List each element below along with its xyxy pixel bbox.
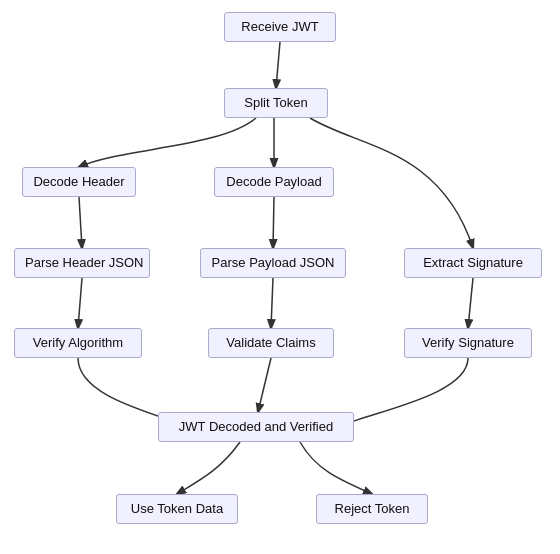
svg-line-4: [78, 278, 82, 328]
node-jwt-decoded: JWT Decoded and Verified: [158, 412, 354, 442]
node-receive-jwt: Receive JWT: [224, 12, 336, 42]
node-parse-payload-json: Parse Payload JSON: [200, 248, 346, 278]
node-reject-token: Reject Token: [316, 494, 428, 524]
node-verify-algorithm: Verify Algorithm: [14, 328, 142, 358]
svg-line-2: [79, 197, 82, 248]
svg-line-7: [258, 358, 271, 412]
diagram-container: Receive JWTSplit TokenDecode HeaderDecod…: [0, 0, 560, 554]
node-decode-header: Decode Header: [22, 167, 136, 197]
svg-line-3: [273, 197, 274, 248]
node-extract-signature: Extract Signature: [404, 248, 542, 278]
node-use-token-data: Use Token Data: [116, 494, 238, 524]
svg-line-5: [271, 278, 273, 328]
node-decode-payload: Decode Payload: [214, 167, 334, 197]
node-parse-header-json: Parse Header JSON: [14, 248, 150, 278]
svg-line-0: [276, 42, 280, 88]
node-validate-claims: Validate Claims: [208, 328, 334, 358]
node-split-token: Split Token: [224, 88, 328, 118]
node-verify-signature: Verify Signature: [404, 328, 532, 358]
svg-line-6: [468, 278, 473, 328]
